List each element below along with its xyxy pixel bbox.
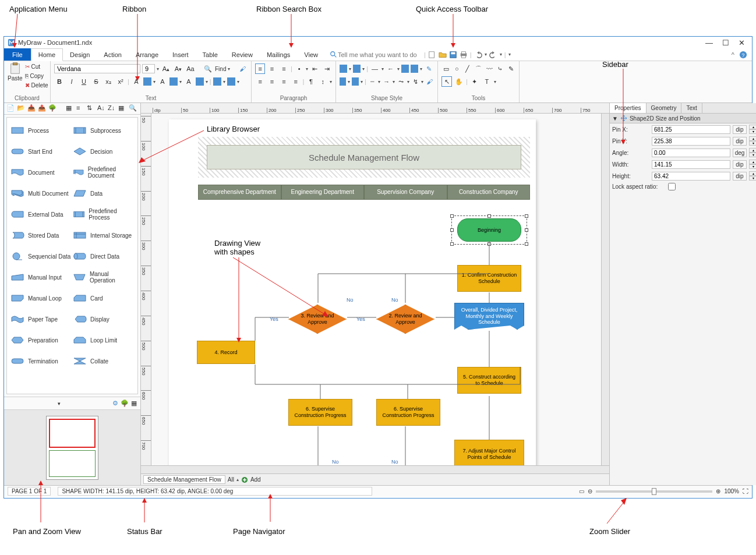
shape-beginning[interactable]: Beginning — [457, 218, 521, 242]
add-page-icon[interactable] — [241, 476, 248, 483]
width-input[interactable] — [652, 160, 730, 169]
shape-item-process[interactable]: Process — [10, 121, 72, 140]
tab-design[interactable]: Design — [63, 48, 97, 61]
page-tab-current[interactable]: Schedule Management Flow — [143, 475, 225, 484]
maximize-button[interactable]: ☐ — [722, 38, 729, 47]
view-mode-icon[interactable]: ▭ — [579, 488, 584, 494]
line-style-icon[interactable]: — — [370, 63, 380, 74]
tab-table[interactable]: Table — [196, 48, 225, 61]
shape-adjust7[interactable]: 7. Adjust Major Control Points of Schedu… — [454, 440, 524, 465]
rectangle-tool-icon[interactable]: ▭ — [441, 63, 451, 74]
indent-icon[interactable]: ⇥ — [322, 63, 332, 74]
curve-tool-icon[interactable]: 〰 — [485, 63, 494, 74]
swim-col-3[interactable]: Construction Company — [447, 185, 531, 200]
tab-mailings[interactable]: Mailings — [260, 48, 297, 61]
diagram-title[interactable]: Schedule Management Flow — [207, 145, 521, 169]
close-button[interactable]: ✕ — [739, 38, 745, 47]
pinx-spinner[interactable]: ▴▾ — [749, 125, 756, 134]
freehand-tool-icon[interactable]: ✎ — [506, 63, 515, 74]
zoom-in-icon[interactable]: ⊕ — [716, 488, 720, 494]
open-icon[interactable] — [439, 51, 447, 59]
shape-item-collate[interactable]: Collate — [73, 352, 134, 370]
shape-item-preparation[interactable]: Preparation — [10, 331, 72, 349]
connector-icon[interactable]: ⤳ — [397, 76, 405, 87]
pan-tool-icon[interactable]: ✋ — [454, 76, 464, 87]
print-icon[interactable] — [460, 51, 468, 59]
bold-icon[interactable]: B — [54, 76, 65, 87]
lib-more-icon[interactable]: ▾ — [8, 401, 110, 406]
shape-item-paper-tape[interactable]: Paper Tape — [10, 310, 72, 328]
lib-list-icon[interactable]: ≡ — [76, 104, 86, 114]
shape-item-display[interactable]: Display — [73, 310, 134, 328]
scrollbar-horizontal[interactable] — [141, 465, 609, 473]
prop-tab-text[interactable]: Text — [681, 103, 702, 113]
page-tab-all-dropdown[interactable]: ▴ — [236, 477, 239, 482]
shape-confirm[interactable]: 1. Confirm Construction Schedule — [457, 265, 521, 292]
superscript-icon[interactable]: x² — [115, 76, 126, 87]
paragraph-mark-icon[interactable]: ¶ — [306, 76, 316, 87]
font-name-combo[interactable] — [54, 64, 140, 73]
pan-zoom-view[interactable] — [4, 409, 140, 485]
underline-icon[interactable]: U — [79, 76, 89, 87]
align-top-icon[interactable]: ≡ — [255, 63, 265, 74]
shadow-swatch[interactable] — [401, 65, 409, 73]
tab-home[interactable]: Home — [31, 48, 63, 61]
find-label[interactable]: Find — [215, 66, 226, 72]
arrow-begin-icon[interactable]: ← — [386, 63, 395, 74]
shape-construct5[interactable]: 5. Construct according to Schedule — [457, 367, 521, 394]
zoom-slider[interactable] — [596, 490, 712, 493]
add-page-label[interactable]: Add — [250, 476, 261, 483]
zoom-thumb[interactable] — [652, 488, 656, 495]
shape-item-decision[interactable]: Decision — [73, 142, 134, 161]
brush-icon[interactable]: 🖌 — [425, 76, 434, 87]
fill-swatch[interactable] — [340, 65, 347, 73]
prop-section-header[interactable]: ▼ Shape2D Size and Position — [610, 114, 756, 123]
ribbon-search-input[interactable] — [338, 51, 419, 58]
swim-col-1[interactable]: Engineering Department — [281, 185, 365, 200]
edit-geometry-icon[interactable]: ✦ — [469, 76, 480, 87]
shape-item-direct-data[interactable]: Direct Data — [73, 247, 134, 266]
shape-item-multi-document[interactable]: Multi Document — [10, 184, 72, 203]
align-bottom-icon[interactable]: ≡ — [279, 63, 289, 74]
shape-item-loop-limit[interactable]: Loop Limit — [73, 331, 134, 349]
shape-item-manual-loop[interactable]: Manual Loop — [10, 289, 72, 307]
shape-item-subprocess[interactable]: Subprocess — [73, 121, 134, 140]
scrollbar-vertical[interactable] — [601, 114, 609, 465]
align-left-icon[interactable]: ≡ — [255, 76, 265, 87]
lib-dock-icon[interactable]: ▦ — [131, 400, 137, 407]
shape-supervise6a[interactable]: 6. Supervise Construction Progress — [288, 399, 352, 426]
pinx-input[interactable] — [652, 125, 730, 134]
theme2-swatch[interactable] — [352, 77, 358, 86]
arrow-end-icon[interactable]: → — [382, 76, 391, 87]
tab-insert[interactable]: Insert — [165, 48, 196, 61]
piny-input[interactable] — [652, 137, 730, 146]
zoom-out-icon[interactable]: ⊖ — [588, 488, 592, 494]
shape-item-manual-operation[interactable]: Manual Operation — [73, 268, 134, 287]
shape-item-data[interactable]: Data — [73, 184, 134, 203]
new-icon[interactable] — [428, 51, 436, 59]
lib-new-icon[interactable]: 📄 — [6, 104, 16, 114]
minimize-button[interactable]: — — [705, 38, 713, 47]
copy-button[interactable]: ⎘Copy — [25, 72, 48, 80]
lib-import-icon[interactable]: 📥 — [27, 104, 37, 114]
theme-swatch[interactable] — [340, 77, 346, 86]
fit-page-icon[interactable]: ⛶ — [743, 488, 748, 494]
drawing-view[interactable]: Schedule Management Flow Comprehensive D… — [151, 114, 601, 465]
lib-az-icon[interactable]: A↓ — [97, 104, 107, 114]
subscript-icon[interactable]: x₂ — [103, 76, 114, 87]
lib-search-icon[interactable]: 🔍 — [129, 104, 138, 114]
font-color-swatch[interactable] — [143, 77, 151, 86]
align-middle-icon[interactable]: ≡ — [267, 63, 277, 74]
lib-open-icon[interactable]: 📂 — [17, 104, 26, 114]
highlight-icon[interactable]: A — [157, 76, 168, 87]
shape-item-external-data[interactable]: External Data — [10, 205, 72, 224]
tab-action[interactable]: Action — [97, 48, 129, 61]
outdent-icon[interactable]: ⇤ — [310, 63, 320, 74]
font-size-combo[interactable] — [142, 64, 155, 73]
lib-tree-icon[interactable]: 🌳 — [48, 104, 58, 114]
angle-spinner[interactable]: ▴▾ — [749, 148, 756, 157]
cut-button[interactable]: ✂Cut — [25, 62, 48, 71]
eyedropper-icon[interactable]: ✎ — [424, 63, 434, 74]
shape-overall[interactable]: Overall, Divided Project, Monthly and We… — [454, 303, 524, 330]
text-tool-icon[interactable]: T — [482, 76, 492, 87]
